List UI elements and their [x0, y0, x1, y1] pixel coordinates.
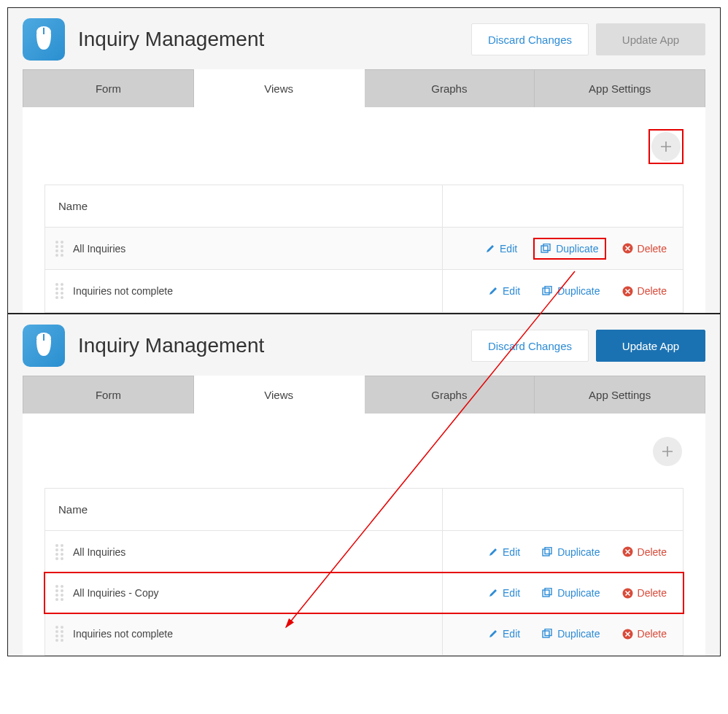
plus-icon [661, 445, 674, 458]
delete-icon [622, 629, 633, 640]
column-header-name: Name [45, 503, 442, 516]
svg-rect-14 [545, 589, 551, 595]
delete-button[interactable]: Delete [622, 243, 667, 255]
pencil-icon [488, 588, 498, 598]
views-table: Name All Inquiries Edit Dupli [44, 488, 684, 656]
discard-changes-button[interactable]: Discard Changes [471, 23, 589, 55]
svg-rect-16 [543, 631, 549, 637]
delete-button[interactable]: Delete [622, 285, 667, 297]
pencil-icon [488, 286, 498, 296]
view-name: All Inquiries [73, 243, 125, 255]
update-app-button-disabled: Update App [596, 23, 705, 55]
view-name: All Inquiries [73, 546, 125, 558]
duplicate-icon [542, 629, 553, 639]
edit-button[interactable]: Edit [488, 546, 520, 558]
pencil-icon [485, 244, 495, 254]
duplicate-button[interactable]: Duplicate [542, 285, 600, 297]
add-view-button[interactable] [653, 437, 682, 466]
edit-button[interactable]: Edit [488, 285, 520, 297]
drag-handle-icon[interactable] [55, 626, 66, 642]
drag-handle-icon[interactable] [55, 544, 66, 560]
svg-rect-5 [543, 288, 549, 295]
app-panel-after: Inquiry Management Discard Changes Updat… [7, 314, 721, 656]
drag-handle-icon[interactable] [55, 241, 66, 257]
update-app-button[interactable]: Update App [596, 330, 705, 362]
view-name: Inquiries not complete [73, 628, 173, 640]
tab-form[interactable]: Form [23, 69, 194, 107]
svg-rect-6 [545, 287, 551, 293]
svg-rect-10 [543, 549, 549, 556]
app-panel-before: Inquiry Management Discard Changes Updat… [7, 7, 721, 314]
view-name: Inquiries not complete [73, 285, 173, 297]
view-name: All Inquiries - Copy [73, 587, 159, 599]
duplicate-icon [542, 547, 553, 557]
table-row: Inquiries not complete Edit Duplicate [45, 270, 683, 312]
table-row: All Inquiries Edit Duplicate [45, 531, 683, 573]
edit-button[interactable]: Edit [488, 628, 520, 640]
pencil-icon [488, 629, 498, 639]
tab-app-settings[interactable]: App Settings [535, 69, 705, 107]
svg-rect-13 [543, 590, 549, 597]
delete-button[interactable]: Delete [622, 587, 667, 599]
delete-button[interactable]: Delete [622, 546, 667, 558]
svg-rect-2 [541, 246, 548, 252]
duplicate-button[interactable]: Duplicate [541, 243, 598, 255]
edit-button[interactable]: Edit [488, 587, 520, 599]
duplicate-icon [541, 244, 551, 254]
svg-rect-1 [43, 28, 44, 34]
add-view-wrap [651, 435, 684, 467]
drag-handle-icon[interactable] [55, 585, 66, 601]
column-header-name: Name [45, 200, 442, 212]
drag-handle-icon[interactable] [55, 283, 66, 299]
tab-views[interactable]: Views [194, 69, 365, 107]
app-icon [23, 18, 65, 61]
views-table: Name All Inquiries Edit Dupli [44, 185, 684, 313]
delete-icon [622, 546, 633, 557]
pencil-icon [488, 547, 498, 557]
tab-form[interactable]: Form [23, 376, 194, 414]
delete-button[interactable]: Delete [622, 628, 667, 640]
discard-changes-button[interactable]: Discard Changes [471, 330, 589, 362]
page-title: Inquiry Management [78, 334, 458, 357]
tab-app-settings[interactable]: App Settings [535, 376, 705, 414]
table-row: Inquiries not complete Edit Duplicate [45, 613, 683, 655]
add-view-button[interactable] [651, 132, 681, 161]
duplicate-icon [542, 286, 553, 296]
add-view-highlight [648, 129, 684, 164]
delete-icon [622, 243, 633, 254]
page-title: Inquiry Management [78, 28, 458, 51]
table-row: All Inquiries Edit Duplicate [45, 228, 683, 270]
svg-rect-3 [543, 244, 550, 250]
tab-graphs[interactable]: Graphs [365, 69, 535, 107]
duplicate-icon [542, 588, 553, 598]
duplicate-button[interactable]: Duplicate [542, 587, 600, 599]
tab-graphs[interactable]: Graphs [365, 376, 535, 414]
svg-rect-11 [545, 547, 551, 554]
svg-rect-17 [545, 629, 551, 636]
delete-icon [622, 286, 633, 297]
delete-icon [622, 588, 633, 599]
duplicate-button[interactable]: Duplicate [542, 546, 600, 558]
plus-icon [659, 140, 673, 153]
table-row-copied: All Inquiries - Copy Edit Duplicate [44, 572, 684, 614]
app-icon [23, 325, 65, 367]
duplicate-button[interactable]: Duplicate [542, 628, 600, 640]
edit-button[interactable]: Edit [485, 243, 517, 255]
tab-views[interactable]: Views [194, 376, 365, 414]
svg-rect-9 [43, 334, 44, 341]
